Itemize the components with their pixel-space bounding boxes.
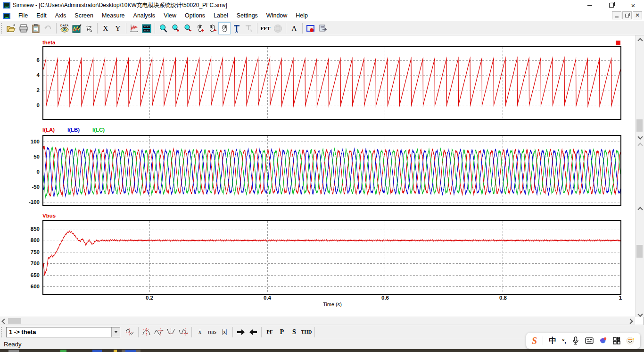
vertical-scrollbar[interactable] xyxy=(635,35,644,317)
zoom-in-icon xyxy=(171,24,180,33)
zoom-button[interactable] xyxy=(157,22,169,34)
menu-help[interactable]: Help xyxy=(291,11,312,20)
theta-plot[interactable] xyxy=(42,46,621,120)
menu-view[interactable]: View xyxy=(159,11,181,20)
skin-icon xyxy=(599,337,607,345)
real-power-button[interactable]: P xyxy=(276,327,288,338)
curve-select-dropdown-button[interactable] xyxy=(111,327,120,337)
menu-file[interactable]: File xyxy=(14,11,32,20)
measurebar-gripper[interactable] xyxy=(1,327,4,337)
menu-edit[interactable]: Edit xyxy=(32,11,51,20)
average-button[interactable]: x̄ xyxy=(194,327,206,338)
scroll-screen-up-button[interactable] xyxy=(194,22,206,34)
skin-button[interactable] xyxy=(599,337,607,345)
minimize-button[interactable] xyxy=(579,0,601,10)
paste-button[interactable] xyxy=(30,22,42,34)
active-screen-indicator xyxy=(616,41,620,45)
screens-button[interactable] xyxy=(140,22,153,34)
menu-axis[interactable]: Axis xyxy=(51,11,71,20)
text-label-button[interactable]: A xyxy=(288,22,300,34)
scroll-down-button-2[interactable] xyxy=(637,311,643,317)
zoom-out-button[interactable] xyxy=(182,22,194,34)
y-axis-button[interactable]: Y xyxy=(112,22,124,34)
title-bar: Simview - [C:\Users\Administrator\Deskto… xyxy=(0,0,644,10)
chinese-mode-button[interactable]: 中 xyxy=(549,336,556,346)
scrollbar-thumb[interactable] xyxy=(636,119,643,132)
copy-screen-button[interactable] xyxy=(317,22,329,34)
document-icon[interactable] xyxy=(3,13,10,19)
microphone-button[interactable] xyxy=(572,336,579,345)
restore-button[interactable] xyxy=(601,0,622,10)
child-restore-button[interactable] xyxy=(622,11,632,19)
apps-grid-button[interactable] xyxy=(613,337,620,344)
curve-select[interactable]: 1 -> theta xyxy=(6,327,120,337)
measure-icon xyxy=(232,24,241,33)
scroll-left-button[interactable] xyxy=(0,318,8,325)
local-max-button[interactable] xyxy=(140,327,153,338)
rms-button[interactable]: rms xyxy=(206,327,218,338)
vbus-canvas[interactable] xyxy=(43,221,620,292)
hscrollbar-thumb[interactable] xyxy=(8,318,21,324)
menu-screen[interactable]: Screen xyxy=(70,11,98,20)
sogou-logo[interactable]: S xyxy=(532,335,537,346)
menu-options[interactable]: Options xyxy=(181,11,209,20)
menu-measure[interactable]: Measure xyxy=(98,11,129,20)
horizontal-scrollbar[interactable] xyxy=(0,317,635,325)
scroll-down-button[interactable] xyxy=(637,134,643,140)
next-page-arrow-icon xyxy=(236,329,246,335)
currents-canvas[interactable] xyxy=(43,136,620,203)
menu-label[interactable]: Label xyxy=(209,11,232,20)
punctuation-button[interactable]: °, xyxy=(562,337,566,344)
next-max-button[interactable] xyxy=(153,327,165,338)
snapshot-button[interactable] xyxy=(305,22,317,34)
close-button[interactable]: × xyxy=(622,0,644,10)
fft-button[interactable]: FFT xyxy=(259,22,272,34)
scroll-screen-down-button[interactable] xyxy=(206,22,218,34)
power-factor-button[interactable]: PF xyxy=(264,327,276,338)
x-axis-button[interactable]: X xyxy=(99,22,112,34)
soft-keyboard-button[interactable] xyxy=(585,337,594,344)
menu-analysis[interactable]: Analysis xyxy=(129,11,160,20)
redraw-button[interactable] xyxy=(128,22,140,34)
menu-settings[interactable]: Settings xyxy=(232,11,262,20)
vbus-plot[interactable] xyxy=(42,220,621,295)
prev-page-button[interactable] xyxy=(247,327,259,338)
currents-plot[interactable] xyxy=(42,135,621,206)
child-close-button[interactable]: ✕ xyxy=(633,11,642,19)
next-page-button[interactable] xyxy=(235,327,247,338)
curve-label-ilb[interactable]: I(LB) xyxy=(67,127,80,133)
theta-canvas[interactable] xyxy=(43,47,620,119)
view-data-button[interactable]: DATA xyxy=(58,22,71,34)
scroll-right-button[interactable] xyxy=(626,318,634,325)
divider xyxy=(543,336,543,345)
toolbar-gripper[interactable] xyxy=(1,23,4,34)
curve-label-ilc[interactable]: I(LC) xyxy=(92,127,105,133)
chevron-right-icon xyxy=(627,318,633,324)
add-curve-button[interactable] xyxy=(71,22,83,34)
apparent-power-button[interactable]: S xyxy=(288,327,300,338)
scroll-up-button[interactable] xyxy=(637,37,643,43)
scroll-up-button-2[interactable] xyxy=(637,206,643,212)
print-button[interactable] xyxy=(17,22,30,34)
local-min-icon xyxy=(166,327,176,336)
pan-button[interactable] xyxy=(218,22,231,34)
next-min-button[interactable] xyxy=(177,327,190,338)
child-minimize-button[interactable] xyxy=(612,11,621,19)
menu-window[interactable]: Window xyxy=(262,11,291,20)
measure-button[interactable] xyxy=(231,22,243,34)
pointer-button[interactable] xyxy=(83,22,95,34)
measure-cursor-button[interactable] xyxy=(124,327,136,338)
emoji-button[interactable] xyxy=(626,336,635,345)
open-button[interactable] xyxy=(5,22,17,34)
scrollbar-thumb-2[interactable] xyxy=(636,245,643,258)
curve-label-vbus[interactable]: Vbus xyxy=(42,213,56,218)
taskbar-item xyxy=(92,350,102,352)
zoom-out-icon xyxy=(183,24,192,33)
curve-label-theta[interactable]: theta xyxy=(42,40,55,45)
curve-label-ila[interactable]: I(LA) xyxy=(42,127,55,133)
zoom-in-button[interactable] xyxy=(169,22,182,34)
scroll-up-disabled-button xyxy=(637,142,643,148)
local-min-button[interactable] xyxy=(165,327,177,338)
average-abs-button[interactable]: |x̄| xyxy=(218,327,231,338)
thd-button[interactable]: THD xyxy=(300,327,313,338)
